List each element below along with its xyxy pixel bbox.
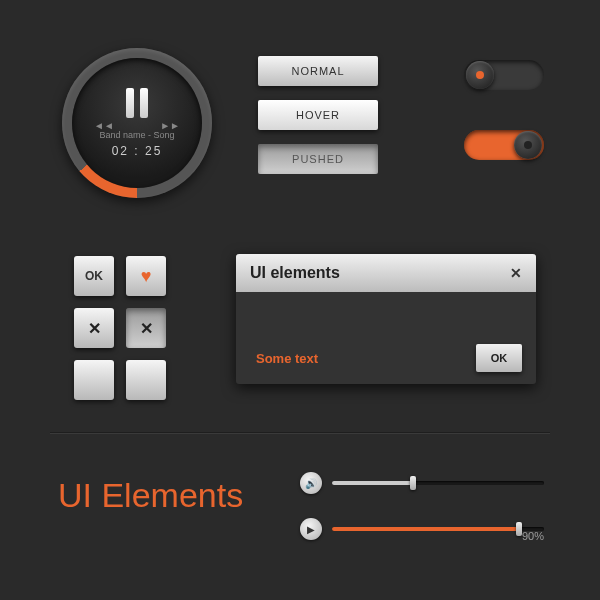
music-player: ◄◄ ►► Band name - Song 02 : 25: [62, 48, 212, 198]
toggle-group: [464, 60, 544, 160]
close-icon: ✕: [88, 319, 101, 338]
progress-percent-label: 90%: [522, 530, 544, 542]
blank-button-a[interactable]: [74, 360, 114, 400]
volume-fill: [332, 481, 413, 485]
close-icon: ✕: [140, 319, 153, 338]
dialog-body: Some text OK: [236, 292, 536, 384]
dialog-ok-button[interactable]: OK: [476, 344, 522, 372]
dialog-title: UI elements: [250, 264, 340, 282]
close-small-button-pushed[interactable]: ✕: [126, 308, 166, 348]
small-button-grid: OK ♥ ✕ ✕: [74, 256, 166, 400]
hover-button[interactable]: HOVER: [258, 100, 378, 130]
progress-track[interactable]: [332, 527, 544, 531]
button-states-group: NORMAL HOVER PUSHED: [258, 56, 378, 174]
ok-small-button[interactable]: OK: [74, 256, 114, 296]
toggle-knob: [466, 61, 494, 89]
close-small-button[interactable]: ✕: [74, 308, 114, 348]
play-icon[interactable]: ▶: [300, 518, 322, 540]
dialog-close-button[interactable]: ✕: [510, 265, 522, 281]
favorite-button[interactable]: ♥: [126, 256, 166, 296]
progress-slider-row: ▶: [300, 518, 544, 540]
normal-button[interactable]: NORMAL: [258, 56, 378, 86]
volume-track[interactable]: [332, 481, 544, 485]
player-face: ◄◄ ►► Band name - Song 02 : 25: [72, 58, 202, 188]
track-time: 02 : 25: [112, 144, 163, 158]
section-divider: [50, 432, 550, 434]
page-title: UI Elements: [58, 476, 243, 515]
toggle-knob: [514, 131, 542, 159]
volume-slider-row: 🔊: [300, 472, 544, 494]
dialog-window: UI elements ✕ Some text OK: [236, 254, 536, 384]
blank-button-b[interactable]: [126, 360, 166, 400]
progress-handle[interactable]: [516, 522, 522, 536]
volume-icon[interactable]: 🔊: [300, 472, 322, 494]
dialog-titlebar: UI elements ✕: [236, 254, 536, 292]
sliders-group: 🔊 ▶: [300, 472, 544, 540]
toggle-on[interactable]: [464, 130, 544, 160]
prev-track-icon[interactable]: ◄◄: [94, 120, 114, 131]
volume-handle[interactable]: [410, 476, 416, 490]
dialog-body-text: Some text: [256, 351, 318, 366]
pushed-button[interactable]: PUSHED: [258, 144, 378, 174]
pause-button[interactable]: [124, 88, 150, 118]
next-track-icon[interactable]: ►►: [160, 120, 180, 131]
toggle-off[interactable]: [464, 60, 544, 90]
progress-fill: [332, 527, 519, 531]
track-label: Band name - Song: [99, 130, 174, 140]
heart-icon: ♥: [141, 266, 152, 287]
